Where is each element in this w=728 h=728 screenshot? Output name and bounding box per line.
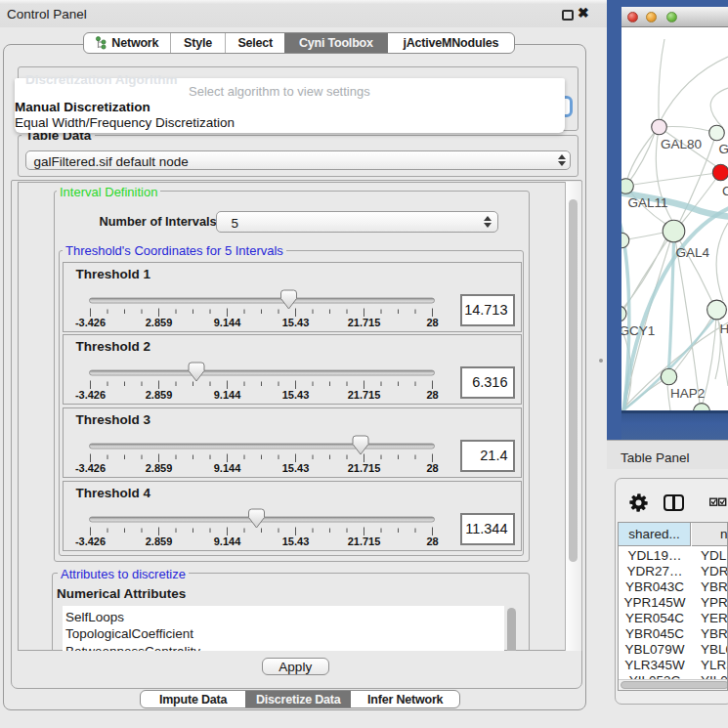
svg-text:H: H: [720, 321, 728, 336]
svg-text:HAP2: HAP2: [670, 386, 705, 401]
svg-text:28: 28: [426, 462, 438, 474]
svg-text:15.43: 15.43: [281, 535, 309, 547]
svg-text:2.859: 2.859: [145, 389, 172, 401]
svg-text:9.144: 9.144: [213, 317, 240, 328]
svg-text:2.859: 2.859: [145, 462, 172, 474]
svg-text:9.144: 9.144: [213, 389, 240, 401]
svg-text:2.859: 2.859: [145, 535, 172, 547]
svg-text:28: 28: [426, 535, 438, 547]
svg-text:-3.426: -3.426: [74, 462, 105, 474]
svg-text:15.43: 15.43: [281, 462, 309, 474]
svg-text:2.859: 2.859: [145, 317, 172, 328]
svg-text:GAL80: GAL80: [661, 137, 702, 151]
svg-text:-3.426: -3.426: [74, 535, 105, 547]
svg-text:-3.426: -3.426: [74, 317, 105, 328]
svg-text:15.43: 15.43: [281, 389, 309, 401]
svg-text:GAL4: GAL4: [676, 245, 710, 260]
svg-text:C: C: [722, 184, 728, 198]
svg-text:28: 28: [426, 317, 438, 328]
svg-text:GCY1: GCY1: [621, 323, 655, 338]
svg-text:15.43: 15.43: [281, 317, 309, 328]
svg-text:GAL11: GAL11: [628, 195, 668, 210]
svg-text:21.715: 21.715: [347, 462, 380, 474]
svg-text:21.715: 21.715: [347, 317, 380, 328]
svg-text:9.144: 9.144: [213, 462, 240, 474]
svg-text:9.144: 9.144: [213, 535, 240, 547]
svg-text:28: 28: [426, 389, 438, 401]
svg-text:21.715: 21.715: [347, 389, 380, 401]
svg-text:GA: GA: [719, 142, 728, 156]
svg-text:-3.426: -3.426: [74, 389, 105, 401]
svg-text:21.715: 21.715: [347, 535, 380, 547]
